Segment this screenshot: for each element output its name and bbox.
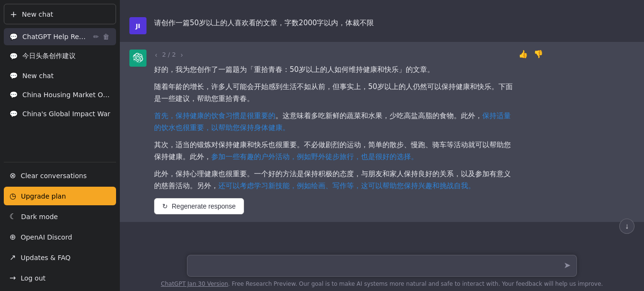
- user-message-text: 请创作一篇50岁以上的人喜欢看的文章，字数2000字以内，体裁不限: [154, 17, 544, 30]
- chat-item-actions: ✏ 🗑: [92, 33, 110, 40]
- new-chat-button[interactable]: + New chat: [4, 4, 116, 24]
- sidebar: + New chat 💬 ChatGPT Help Reques ✏ 🗑 💬 今…: [0, 0, 120, 291]
- gpt-avatar: [129, 50, 146, 67]
- main-content: JI 请创作一篇50岁以上的人喜欢看的文章，字数2000字以内，体裁不限 ‹ 2: [120, 0, 644, 291]
- regenerate-label: Regenerate response: [172, 202, 236, 210]
- assistant-para3: 其次，适当的锻炼对保持健康和快乐也很重要。不必做剧烈的运动，简单的散步、慢跑、骑…: [154, 139, 517, 163]
- clear-conversations-button[interactable]: ⊗ Clear conversations: [4, 166, 116, 185]
- chevron-down-icon: ↓: [625, 222, 629, 231]
- new-chat-label: New chat: [22, 10, 53, 18]
- upgrade-icon: ◷: [10, 191, 16, 201]
- discord-button[interactable]: ⊕ OpenAI Discord: [4, 228, 116, 246]
- regenerate-icon: ↻: [162, 202, 168, 210]
- discord-icon: ⊕: [10, 232, 16, 241]
- regenerate-area: ↻ Regenerate response: [154, 198, 544, 214]
- discord-label: OpenAI Discord: [20, 233, 72, 241]
- sidebar-item-toutiao[interactable]: 💬 今日头条创作建议: [4, 47, 116, 65]
- chat-item-label: China Housing Market Outl: [22, 91, 110, 99]
- para3-highlight: 参加一些有趣的户外活动，例如野外徒步旅行，也是很好的选择。: [211, 152, 418, 161]
- dark-mode-icon: ☾: [10, 212, 16, 221]
- assistant-title: 好的，我为您创作了一篇题为「重拾青春：50岁以上的人如何维持健康和快乐」的文章。: [154, 64, 517, 76]
- chat-icon: 💬: [10, 72, 18, 80]
- user-message-content: 请创作一篇50岁以上的人喜欢看的文章，字数2000字以内，体裁不限: [154, 17, 544, 34]
- chat-icon: 💬: [10, 91, 18, 99]
- upgrade-plan-button[interactable]: ◷ Upgrade plan: [4, 187, 116, 205]
- assistant-para1: 随着年龄的增长，许多人可能会开始感到生活不如从前，但事实上，50岁以上的人仍然可…: [154, 81, 517, 105]
- scroll-to-bottom-button[interactable]: ↓: [619, 219, 634, 234]
- main-wrapper: JI 请创作一篇50岁以上的人喜欢看的文章，字数2000字以内，体裁不限 ‹ 2: [120, 0, 644, 291]
- footer-version-link[interactable]: ChatGPT Jan 30 Version: [161, 281, 228, 287]
- nav-prev-button[interactable]: ‹: [154, 51, 158, 59]
- sidebar-divider: [4, 162, 116, 162]
- feedback-icons: 👍 👎: [517, 50, 544, 59]
- clear-icon: ⊗: [10, 171, 16, 180]
- chat-item-label: New chat: [22, 72, 110, 80]
- chat-item-label: ChatGPT Help Reques: [22, 33, 88, 40]
- log-out-label: Log out: [20, 274, 45, 282]
- chat-icon: 💬: [10, 52, 18, 60]
- sidebar-item-global[interactable]: 💬 China's Global Impact War: [4, 105, 116, 122]
- para2-highlight: 首先，保持健康的饮食习惯是很重要的: [154, 111, 275, 120]
- clear-conversations-label: Clear conversations: [20, 172, 87, 180]
- edit-chat-button[interactable]: ✏: [92, 33, 100, 40]
- user-avatar: JI: [129, 17, 146, 34]
- logout-icon: →: [10, 273, 16, 282]
- sidebar-item-chat-help[interactable]: 💬 ChatGPT Help Reques ✏ 🗑: [4, 28, 116, 45]
- log-out-button[interactable]: → Log out: [4, 269, 116, 287]
- updates-faq-button[interactable]: ↗ Updates & FAQ: [4, 248, 116, 267]
- chat-icon: 💬: [10, 110, 18, 118]
- chat-area: JI 请创作一篇50岁以上的人喜欢看的文章，字数2000字以内，体裁不限 ‹ 2: [120, 0, 644, 249]
- delete-chat-button[interactable]: 🗑: [102, 33, 110, 40]
- assistant-para2: 首先，保持健康的饮食习惯是很重要的。这意味着多吃新鲜的蔬菜和水果，少吃高盐高脂的…: [154, 110, 517, 134]
- chat-icon: 💬: [10, 33, 18, 40]
- dark-mode-label: Dark mode: [21, 213, 58, 221]
- dark-mode-button[interactable]: ☾ Dark mode: [4, 207, 116, 226]
- para4-highlight: 还可以考虑学习新技能，例如绘画、写作等，这可以帮助您保持兴趣和挑战自我。: [218, 181, 475, 190]
- upgrade-plan-label: Upgrade plan: [21, 192, 66, 200]
- footer-text: ChatGPT Jan 30 Version. Free Research Pr…: [161, 281, 603, 287]
- send-icon: ➤: [564, 261, 571, 270]
- openai-logo-icon: [133, 53, 143, 63]
- user-message-row: JI 请创作一篇50岁以上的人喜欢看的文章，字数2000字以内，体裁不限: [120, 10, 644, 42]
- sidebar-item-new-chat[interactable]: 💬 New chat: [4, 67, 116, 84]
- assistant-message-content: ‹ 2 / 2 › 好的，我为您创作了一篇题为「重拾青春：50岁以上的人如何维持…: [154, 50, 544, 214]
- sidebar-item-housing[interactable]: 💬 China Housing Market Outl: [4, 86, 116, 103]
- thumbs-up-button[interactable]: 👍: [517, 50, 529, 59]
- chat-input-wrapper: ➤: [187, 255, 577, 277]
- nav-indicator: 2 / 2: [162, 50, 176, 60]
- chat-item-label: 今日头条创作建议: [22, 52, 110, 60]
- external-link-icon: ↗: [10, 253, 16, 262]
- input-area: ➤ ChatGPT Jan 30 Version. Free Research …: [120, 249, 644, 291]
- assistant-para4: 此外，保持心理健康也很重要。一个好的方法是保持积极的态度，与朋友和家人保持良好的…: [154, 168, 517, 192]
- plus-icon: +: [10, 9, 17, 19]
- assistant-message-row: ‹ 2 / 2 › 好的，我为您创作了一篇题为「重拾青春：50岁以上的人如何维持…: [120, 42, 644, 222]
- thumbs-down-button[interactable]: 👎: [533, 50, 544, 59]
- nav-next-button[interactable]: ›: [180, 51, 184, 59]
- regenerate-button[interactable]: ↻ Regenerate response: [154, 198, 244, 214]
- updates-faq-label: Updates & FAQ: [20, 254, 70, 261]
- send-button[interactable]: ➤: [563, 259, 572, 271]
- chat-item-label: China's Global Impact War: [22, 110, 110, 118]
- chat-input[interactable]: [195, 260, 556, 271]
